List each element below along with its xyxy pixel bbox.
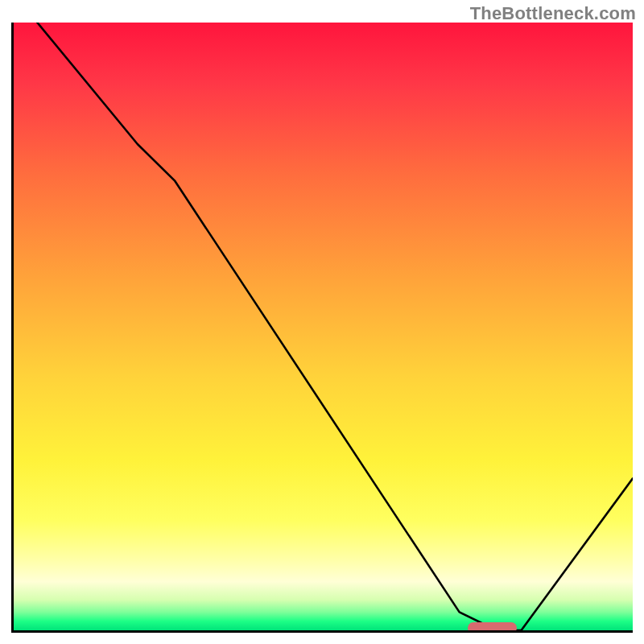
chart-root: TheBottleneck.com — [0, 0, 644, 644]
optimal-marker — [468, 622, 518, 633]
watermark-label: TheBottleneck.com — [470, 3, 636, 24]
plot-area — [11, 23, 633, 633]
curve-svg — [14, 23, 633, 630]
bottleneck-curve — [32, 23, 633, 630]
